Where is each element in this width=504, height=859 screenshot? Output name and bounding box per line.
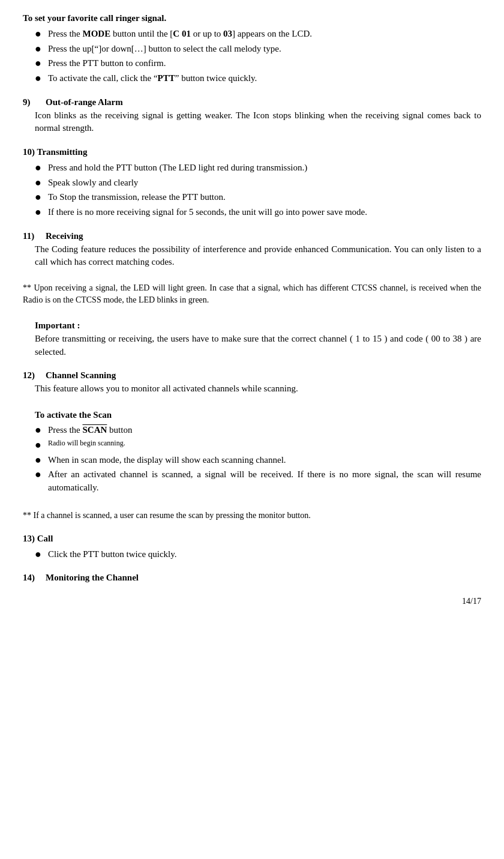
list-item: ● Press the MODE button until the [C 01 …: [35, 28, 481, 41]
list-item-text: Press and hold the PTT button (The LED l…: [48, 161, 481, 175]
section-14: 14) Monitoring the Channel: [23, 571, 481, 585]
list-item-text: Press the up[“]or down[…] button to sele…: [48, 43, 481, 56]
section-10-list: ● Press and hold the PTT button (The LED…: [35, 161, 481, 219]
intro-title: To set your favorite call ringer signal.: [23, 12, 481, 25]
bullet-icon: ●: [35, 454, 46, 467]
section-11-number: 11): [23, 230, 46, 243]
section-13-number: 13): [23, 534, 35, 543]
important-body: Before transmitting or receiving, the us…: [35, 334, 481, 357]
section-11-header: 11) Receiving: [23, 230, 481, 243]
section-11-title: Receiving: [46, 230, 83, 243]
section-12-body: This feature allows you to monitor all a…: [35, 382, 481, 396]
list-item: ● Press the PTT button to confirm.: [35, 57, 481, 70]
section-13-list: ● Click the PTT button twice quickly.: [35, 548, 481, 561]
bullet-icon: ●: [35, 424, 46, 437]
bullet-icon: ●: [35, 161, 46, 175]
section-9-body: Icon blinks as the receiving signal is g…: [35, 109, 481, 136]
list-item: ● If there is no more receiving signal f…: [35, 206, 481, 219]
list-item-text: Speak slowly and clearly: [48, 176, 481, 190]
bullet-icon: ●: [35, 57, 46, 70]
bullet-icon: ●: [35, 176, 46, 190]
bullet-icon: ●: [35, 468, 46, 481]
section-10-number: 10): [23, 147, 35, 157]
page-number: 14/17: [23, 595, 481, 607]
section-14-header: 14) Monitoring the Channel: [23, 571, 481, 585]
list-item: ● Speak slowly and clearly: [35, 176, 481, 190]
list-item-text: Radio will begin scanning.: [48, 439, 481, 448]
section-11-body: The Coding feature reduces the possibili…: [35, 243, 481, 270]
section-11-important: Important : Before transmitting or recei…: [35, 319, 481, 358]
bullet-icon: ●: [35, 548, 46, 561]
section-12-note: ** If a channel is scanned, a user can r…: [23, 510, 481, 522]
section-13-header: 13) Call: [23, 532, 481, 546]
bullet-icon: ●: [35, 191, 46, 204]
list-item: ● Press the up[“]or down[…] button to se…: [35, 43, 481, 56]
section-12: 12) Channel Scanning This feature allows…: [23, 369, 481, 522]
list-item-text: To activate the call, click the “PTT” bu…: [48, 72, 481, 85]
list-item: ● Press and hold the PTT button (The LED…: [35, 161, 481, 175]
bullet-icon: ●: [35, 72, 46, 85]
bullet-icon: ●: [35, 43, 46, 56]
section-10-title: Transmitting: [37, 147, 87, 157]
bullet-icon: ●: [35, 439, 46, 452]
section-9-number: 9): [23, 96, 46, 109]
list-item: ● When in scan mode, the display will sh…: [35, 454, 481, 467]
list-item: ● To Stop the transmission, release the …: [35, 191, 481, 204]
section-11-note: ** Upon receiving a signal, the LED will…: [23, 282, 481, 307]
section-9-title: Out-of-range Alarm: [46, 96, 123, 109]
list-item: ● To activate the call, click the “PTT” …: [35, 72, 481, 85]
list-item-text: To Stop the transmission, release the PT…: [48, 191, 481, 204]
section-12-list: ● Press the SCAN button ● Radio will beg…: [35, 424, 481, 495]
section-14-title: Monitoring the Channel: [46, 571, 139, 585]
list-item: ● After an activated channel is scanned,…: [35, 468, 481, 495]
section-12-header: 12) Channel Scanning: [23, 369, 481, 382]
intro-bullet-list: ● Press the MODE button until the [C 01 …: [35, 28, 481, 85]
section-14-number: 14): [23, 571, 46, 585]
list-item-text: Click the PTT button twice quickly.: [48, 548, 481, 561]
list-item-text: Press the SCAN button: [48, 424, 481, 437]
section-9: 9) Out-of-range Alarm Icon blinks as the…: [23, 96, 481, 135]
bullet-icon: ●: [35, 206, 46, 219]
section-13-title: Call: [37, 534, 53, 543]
important-label: Important :: [35, 321, 80, 330]
section-12-title: Channel Scanning: [46, 369, 116, 382]
list-item: ● Radio will begin scanning.: [35, 439, 481, 452]
intro-section: To set your favorite call ringer signal.…: [23, 12, 481, 85]
section-12-activate-title: To activate the Scan: [35, 409, 481, 422]
section-10-header: 10) Transmitting: [23, 146, 481, 159]
list-item-text: Press the MODE button until the [C 01 or…: [48, 28, 481, 41]
list-item-text: After an activated channel is scanned, a…: [48, 468, 481, 495]
section-9-header: 9) Out-of-range Alarm: [23, 96, 481, 109]
list-item: ● Press the SCAN button: [35, 424, 481, 437]
section-10: 10) Transmitting ● Press and hold the PT…: [23, 146, 481, 219]
section-12-number: 12): [23, 369, 46, 382]
section-11: 11) Receiving The Coding feature reduces…: [23, 230, 481, 359]
list-item-text: When in scan mode, the display will show…: [48, 454, 481, 467]
bullet-icon: ●: [35, 28, 46, 41]
list-item: ● Click the PTT button twice quickly.: [35, 548, 481, 561]
section-13: 13) Call ● Click the PTT button twice qu…: [23, 532, 481, 561]
list-item-text: If there is no more receiving signal for…: [48, 206, 481, 219]
list-item-text: Press the PTT button to confirm.: [48, 57, 481, 70]
